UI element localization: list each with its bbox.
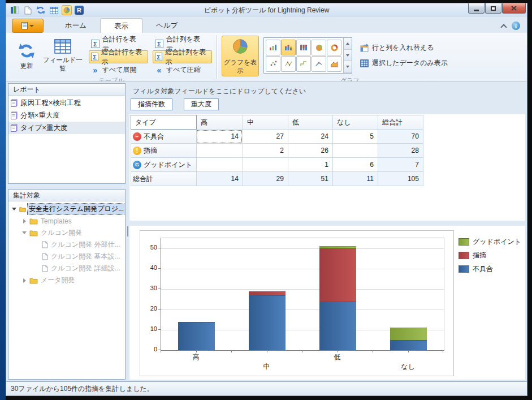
y-axis-tick xyxy=(158,329,161,330)
cell-total[interactable]: 7 xyxy=(378,158,423,172)
tree-node-crucon[interactable]: クルコン開発 xyxy=(8,227,125,239)
legend-label: グッドポイント xyxy=(473,237,521,247)
update-button[interactable]: 更新 xyxy=(11,36,42,76)
report-item-selected[interactable]: タイプ×重大度 xyxy=(8,122,125,134)
table-row-grand-total: 総合計 14 29 51 11 105 xyxy=(131,172,423,186)
row-field-button[interactable]: タイプ xyxy=(131,115,197,130)
row-header-defect[interactable]: −不具合 xyxy=(131,130,197,144)
donut-chart-icon[interactable] xyxy=(327,40,341,55)
gallery-expand[interactable] xyxy=(344,61,352,73)
percent-column-chart-icon[interactable] xyxy=(296,40,311,55)
new-document-icon[interactable] xyxy=(23,5,33,15)
cell-total[interactable]: 51 xyxy=(288,172,332,186)
row-header-goodpoint[interactable]: Gグッドポイント xyxy=(131,158,197,172)
expand-node-icon[interactable] xyxy=(21,219,28,223)
cell[interactable] xyxy=(243,158,288,172)
value-field-button[interactable]: 指摘件数 xyxy=(131,98,172,110)
chart-splitter[interactable] xyxy=(129,221,525,226)
cell[interactable]: 26 xyxy=(288,144,332,158)
refresh-icon[interactable] xyxy=(36,5,46,15)
line-chart-icon[interactable] xyxy=(312,56,326,72)
field-list-button[interactable]: フィールド一覧 xyxy=(42,36,83,76)
cell-total[interactable]: 14 xyxy=(196,172,243,186)
info-icon[interactable] xyxy=(512,21,520,30)
area-chart-icon[interactable] xyxy=(327,56,341,72)
x-axis-category-label: 中 xyxy=(231,362,302,372)
cell[interactable] xyxy=(332,144,378,158)
panel-splitter[interactable] xyxy=(126,83,129,380)
pie-chart-icon[interactable] xyxy=(62,5,72,15)
cell-total[interactable]: 29 xyxy=(243,172,288,186)
collapse-all-button[interactable]: すべて圧縮 xyxy=(153,63,212,76)
tree-node-templates[interactable]: Templates xyxy=(8,215,125,227)
collapse-node-icon[interactable] xyxy=(21,231,28,234)
quick-access-toolbar: R xyxy=(10,5,84,15)
gridline xyxy=(161,269,444,269)
swap-rows-columns-button[interactable]: 行と列を入れ替える xyxy=(360,43,448,53)
cell-grand-total[interactable]: 105 xyxy=(378,172,423,186)
cell-total[interactable]: 70 xyxy=(378,130,423,144)
close-button[interactable] xyxy=(502,3,526,14)
tree-node-meter[interactable]: メータ開発 xyxy=(8,274,125,286)
update-label: 更新 xyxy=(20,62,33,70)
cell[interactable]: 2 xyxy=(243,144,288,158)
maximize-button[interactable] xyxy=(485,3,501,14)
cell[interactable]: 6 xyxy=(332,158,378,172)
pie-chart-type-icon[interactable] xyxy=(312,40,326,55)
row-label: グッドポイント xyxy=(144,160,192,170)
show-grand-total-column-toggle[interactable]: 総合計列を表示 xyxy=(153,50,212,63)
sidebar-splitter[interactable] xyxy=(8,184,126,189)
cell[interactable]: 1 xyxy=(288,158,332,172)
application-menu-button[interactable] xyxy=(12,19,44,33)
stacked-column-chart-icon[interactable] xyxy=(281,40,296,55)
cell-total[interactable]: 11 xyxy=(332,172,378,186)
cell[interactable]: 5 xyxy=(332,130,378,144)
ribbon-group-table: 更新 フィールド一覧 合計行を表示 合計列を表示 総合計行を表示 総合計列を表示… xyxy=(6,33,217,81)
show-grand-total-row-toggle[interactable]: 総合計行を表示 xyxy=(89,50,148,63)
title-bar: ピボット分析ツール for Lightning Review R xyxy=(6,3,527,17)
gallery-scroll-down[interactable] xyxy=(344,50,352,62)
chart-legend: グッドポイント指摘不具合 xyxy=(459,230,522,376)
cell[interactable]: 24 xyxy=(288,130,332,144)
scatter-line-chart-icon[interactable] xyxy=(281,56,296,72)
table-icon[interactable] xyxy=(49,5,59,15)
cell-total[interactable]: 28 xyxy=(378,144,423,158)
collapse-node-icon[interactable] xyxy=(11,208,18,210)
cell[interactable] xyxy=(196,144,243,158)
gallery-scroll-up[interactable] xyxy=(344,38,352,50)
minimize-button[interactable] xyxy=(468,3,485,14)
tab-view[interactable]: 表示 xyxy=(100,18,142,33)
report-item[interactable]: 原因工程×検出工程 xyxy=(8,97,125,109)
row-label: 指摘 xyxy=(144,146,157,156)
row-header-finding[interactable]: !指摘 xyxy=(131,144,197,158)
report-item[interactable]: 分類×重大度 xyxy=(8,109,125,122)
show-selected-data-only-button[interactable]: 選択したデータのみ表示 xyxy=(360,58,448,68)
tree-node-file[interactable]: クルコン開発 外部仕... xyxy=(8,239,125,251)
tab-help[interactable]: ヘルプ xyxy=(142,18,191,33)
scatter-chart-icon[interactable] xyxy=(266,56,280,72)
swap-label: 行と列を入れ替える xyxy=(372,43,434,53)
column-chart-icon[interactable] xyxy=(266,40,280,55)
cell-selected[interactable]: 14 xyxy=(196,130,243,144)
ribbon-tab-row: ホーム 表示 ヘルプ xyxy=(6,17,527,33)
show-graph-button[interactable]: グラフを表示 xyxy=(222,36,259,76)
tree-node-project[interactable]: 安全走行システム開発プロジ... xyxy=(8,203,125,215)
collapse-ribbon-icon[interactable] xyxy=(500,24,507,30)
bar-segment-不具合 xyxy=(319,302,356,350)
expand-node-icon[interactable] xyxy=(21,278,28,283)
cell[interactable] xyxy=(196,158,243,172)
tree-node-file[interactable]: クルコン開発 詳細設... xyxy=(8,263,125,274)
expand-all-button[interactable]: すべて展開 xyxy=(89,63,148,76)
tab-home[interactable]: ホーム xyxy=(51,18,100,33)
cell[interactable]: 27 xyxy=(243,130,288,144)
app-icon[interactable] xyxy=(10,5,20,15)
tree-node-file[interactable]: クルコン開発 基本設... xyxy=(8,251,125,263)
legend-item: 指摘 xyxy=(459,251,522,260)
pivot-header-row: タイプ 高 中 低 なし 総合計 xyxy=(131,115,423,130)
column-field-button[interactable]: 重大度 xyxy=(184,98,219,110)
window-title: ピボット分析ツール for Lightning Review xyxy=(6,6,527,15)
step-line-chart-icon[interactable] xyxy=(296,56,311,72)
lightning-review-logo[interactable]: R xyxy=(75,6,84,15)
down-arrow-icon xyxy=(346,54,349,57)
filter-drop-zone[interactable]: フィルタ対象フィールドをここにドロップしてください xyxy=(129,83,525,97)
